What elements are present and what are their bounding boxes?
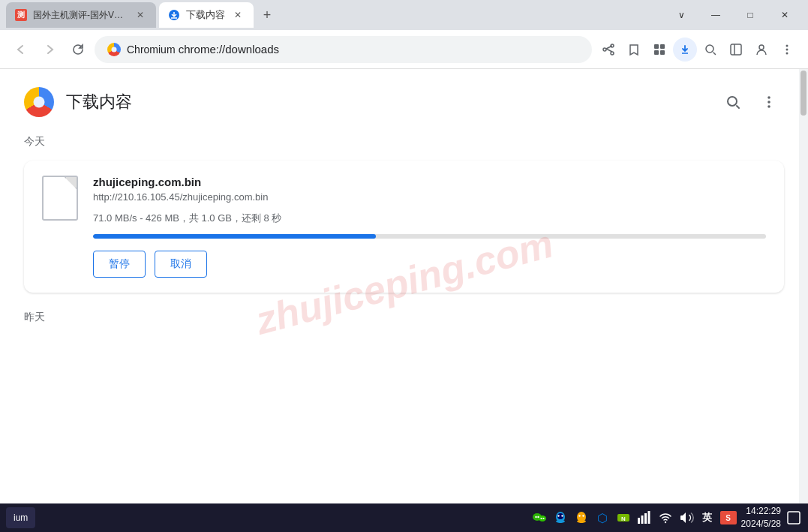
- title-bar: 测 国外主机测评-国外VPS、国... ✕ 下载内容 ✕ + ∨ — □ ✕: [0, 0, 808, 30]
- bookmark-button[interactable]: [622, 38, 646, 62]
- address-url: chrome://downloads: [179, 43, 279, 56]
- sidebar-button[interactable]: [724, 38, 748, 62]
- svg-text:N: N: [621, 515, 626, 522]
- navigation-bar: Chromium chrome://downloads: [0, 30, 808, 69]
- svg-rect-38: [641, 515, 643, 524]
- back-button[interactable]: [9, 38, 33, 62]
- svg-rect-5: [654, 44, 659, 49]
- svg-point-26: [540, 518, 542, 519]
- tab-active-2[interactable]: 下载内容 ✕: [159, 2, 254, 28]
- taskbar-time-text: 14:22:29: [741, 505, 781, 518]
- profile-button[interactable]: [749, 38, 773, 62]
- wifi-icon[interactable]: [657, 509, 674, 526]
- volume-icon[interactable]: [678, 509, 695, 526]
- taskbar-app-item[interactable]: ium: [6, 507, 35, 528]
- svg-rect-37: [638, 518, 640, 524]
- svg-rect-40: [647, 511, 650, 524]
- extension-button[interactable]: [647, 38, 671, 62]
- bluetooth-icon[interactable]: ⬡: [594, 509, 611, 526]
- svg-point-21: [767, 105, 770, 108]
- svg-point-34: [582, 515, 584, 516]
- taskbar: ium ⬡ N 英: [0, 503, 808, 532]
- svg-point-11: [706, 45, 713, 53]
- tab2-title: 下载内容: [186, 8, 225, 22]
- qq-icon-2[interactable]: [573, 509, 590, 526]
- file-icon: [42, 176, 78, 221]
- svg-point-41: [664, 521, 665, 523]
- svg-point-27: [542, 518, 544, 519]
- download-info: zhujiceping.com.bin http://210.16.105.45…: [93, 176, 766, 278]
- svg-point-24: [535, 516, 536, 518]
- reload-button[interactable]: [66, 38, 90, 62]
- svg-rect-42: [788, 512, 800, 524]
- address-text: Chromium chrome://downloads: [127, 43, 579, 56]
- network-icon[interactable]: [636, 509, 653, 526]
- address-bar[interactable]: Chromium chrome://downloads: [95, 36, 592, 63]
- nvidia-icon[interactable]: N: [615, 509, 632, 526]
- downloads-header: 下载内容: [0, 69, 808, 129]
- search-button[interactable]: [698, 38, 722, 62]
- progress-bar-fill: [93, 234, 376, 239]
- notification-button[interactable]: [785, 509, 802, 526]
- svg-point-32: [577, 512, 586, 522]
- scrollbar-thumb[interactable]: [800, 71, 806, 116]
- page-icon: [24, 87, 54, 117]
- download-filename: zhujiceping.com.bin: [93, 176, 766, 188]
- tab-inactive-1[interactable]: 测 国外主机测评-国外VPS、国... ✕: [6, 2, 156, 28]
- svg-point-25: [537, 516, 539, 518]
- close-button[interactable]: ✕: [767, 0, 802, 30]
- tab1-title: 国外主机测评-国外VPS、国...: [33, 9, 128, 22]
- tab1-close[interactable]: ✕: [134, 8, 147, 22]
- header-actions: [718, 87, 784, 117]
- scrollbar-track[interactable]: [799, 69, 808, 503]
- download-url: http://210.16.105.45/zhujiceping.com.bin: [93, 191, 766, 203]
- page-content: zhujiceping.com 下载内容 今天 zhujiceping.com.…: [0, 69, 808, 503]
- tab2-close[interactable]: ✕: [231, 8, 245, 22]
- forward-button[interactable]: [38, 38, 62, 62]
- svg-point-4: [603, 48, 606, 51]
- new-tab-button[interactable]: +: [257, 5, 278, 26]
- svg-point-23: [539, 515, 546, 521]
- svg-point-16: [786, 48, 788, 50]
- tab2-favicon: [168, 9, 180, 21]
- share-button[interactable]: [596, 38, 620, 62]
- taskbar-clock[interactable]: 14:22:29 2024/5/28: [741, 505, 781, 530]
- svg-point-15: [786, 44, 788, 47]
- section-today-label: 今天: [0, 129, 808, 155]
- svg-point-17: [786, 52, 788, 54]
- svg-rect-8: [660, 50, 665, 55]
- taskbar-system-icons: ⬡ N 英 S 14:22:29 2024/5/28: [531, 505, 802, 530]
- svg-point-33: [578, 515, 580, 516]
- svg-point-14: [759, 45, 764, 50]
- maximize-button[interactable]: □: [733, 0, 767, 30]
- download-status: 71.0 MB/s - 426 MB，共 1.0 GB，还剩 8 秒: [93, 212, 766, 225]
- svg-rect-12: [731, 44, 741, 55]
- cancel-button[interactable]: 取消: [155, 251, 207, 278]
- taskbar-date-text: 2024/5/28: [741, 518, 781, 530]
- minimize-button[interactable]: —: [698, 0, 733, 30]
- svg-point-20: [767, 101, 770, 104]
- svg-point-31: [561, 515, 563, 516]
- wechat-icon[interactable]: [531, 509, 548, 526]
- svg-point-30: [557, 515, 559, 516]
- section-yesterday-label: 昨天: [0, 305, 808, 327]
- chromium-label: Chromium: [127, 44, 176, 56]
- toolbar-icons: [596, 38, 799, 62]
- tab1-favicon: 测: [15, 9, 27, 21]
- download-button[interactable]: [673, 38, 697, 62]
- download-card: zhujiceping.com.bin http://210.16.105.45…: [24, 161, 784, 293]
- chevron-button[interactable]: ∨: [664, 0, 698, 30]
- qq-icon-1[interactable]: [552, 509, 569, 526]
- sogou-icon[interactable]: S: [720, 509, 737, 526]
- svg-rect-6: [660, 44, 665, 49]
- progress-bar-container: [93, 234, 766, 239]
- language-button[interactable]: 英: [699, 509, 716, 526]
- window-controls: ∨ — □ ✕: [664, 0, 802, 30]
- page-title: 下载内容: [66, 91, 132, 113]
- pause-button[interactable]: 暂停: [93, 251, 146, 278]
- page-search-button[interactable]: [718, 87, 748, 117]
- svg-point-19: [767, 96, 770, 99]
- menu-button[interactable]: [775, 38, 799, 62]
- svg-point-3: [611, 52, 614, 55]
- page-menu-button[interactable]: [754, 87, 784, 117]
